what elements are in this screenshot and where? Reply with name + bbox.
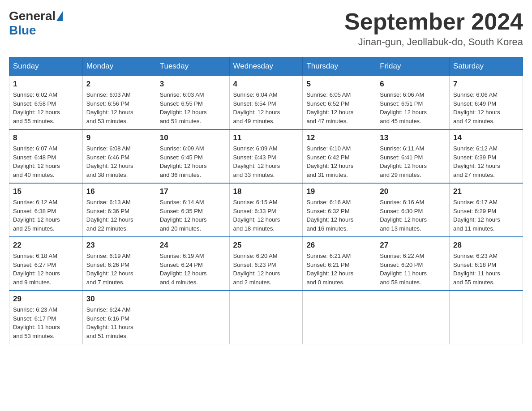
weekday-header-saturday: Saturday xyxy=(450,57,523,76)
day-info: Sunrise: 6:19 AMSunset: 6:24 PMDaylight:… xyxy=(160,252,226,287)
empty-cell xyxy=(303,291,376,344)
day-cell-20: 20Sunrise: 6:16 AMSunset: 6:30 PMDayligh… xyxy=(376,183,450,237)
day-info: Sunrise: 6:07 AMSunset: 6:48 PMDaylight:… xyxy=(13,144,79,179)
day-info: Sunrise: 6:06 AMSunset: 6:49 PMDaylight:… xyxy=(453,90,519,125)
day-number: 6 xyxy=(380,80,446,89)
day-number: 8 xyxy=(13,133,79,142)
week-row-4: 22Sunrise: 6:18 AMSunset: 6:27 PMDayligh… xyxy=(9,237,523,291)
day-info: Sunrise: 6:14 AMSunset: 6:35 PMDaylight:… xyxy=(160,198,226,233)
day-cell-29: 29Sunrise: 6:23 AMSunset: 6:17 PMDayligh… xyxy=(9,291,83,344)
day-info: Sunrise: 6:03 AMSunset: 6:55 PMDaylight:… xyxy=(160,90,226,125)
day-info: Sunrise: 6:20 AMSunset: 6:23 PMDaylight:… xyxy=(233,252,299,287)
day-number: 25 xyxy=(233,241,299,250)
weekday-header-thursday: Thursday xyxy=(303,57,376,76)
day-info: Sunrise: 6:16 AMSunset: 6:30 PMDaylight:… xyxy=(380,198,446,233)
day-info: Sunrise: 6:23 AMSunset: 6:18 PMDaylight:… xyxy=(453,252,519,287)
day-info: Sunrise: 6:11 AMSunset: 6:41 PMDaylight:… xyxy=(380,144,446,179)
day-cell-4: 4Sunrise: 6:04 AMSunset: 6:54 PMDaylight… xyxy=(229,76,303,129)
day-cell-1: 1Sunrise: 6:02 AMSunset: 6:58 PMDaylight… xyxy=(9,76,83,129)
day-info: Sunrise: 6:17 AMSunset: 6:29 PMDaylight:… xyxy=(453,198,519,233)
day-info: Sunrise: 6:13 AMSunset: 6:36 PMDaylight:… xyxy=(86,198,152,233)
day-info: Sunrise: 6:21 AMSunset: 6:21 PMDaylight:… xyxy=(306,252,372,287)
empty-cell xyxy=(376,291,450,344)
day-info: Sunrise: 6:09 AMSunset: 6:45 PMDaylight:… xyxy=(160,144,226,179)
day-cell-24: 24Sunrise: 6:19 AMSunset: 6:24 PMDayligh… xyxy=(156,237,229,291)
calendar-table: SundayMondayTuesdayWednesdayThursdayFrid… xyxy=(9,57,523,344)
calendar-title: September 2024 xyxy=(344,9,523,34)
day-number: 24 xyxy=(160,241,226,250)
day-info: Sunrise: 6:09 AMSunset: 6:43 PMDaylight:… xyxy=(233,144,299,179)
page-header: General Blue September 2024 Jinan-gun, J… xyxy=(9,9,523,48)
day-number: 3 xyxy=(160,80,226,89)
day-info: Sunrise: 6:05 AMSunset: 6:52 PMDaylight:… xyxy=(306,90,372,125)
day-cell-22: 22Sunrise: 6:18 AMSunset: 6:27 PMDayligh… xyxy=(9,237,83,291)
day-number: 21 xyxy=(453,187,519,196)
day-number: 2 xyxy=(86,80,152,89)
logo-blue-text: Blue xyxy=(9,23,36,38)
day-cell-27: 27Sunrise: 6:22 AMSunset: 6:20 PMDayligh… xyxy=(376,237,450,291)
day-info: Sunrise: 6:10 AMSunset: 6:42 PMDaylight:… xyxy=(306,144,372,179)
day-cell-2: 2Sunrise: 6:03 AMSunset: 6:56 PMDaylight… xyxy=(82,76,156,129)
day-cell-7: 7Sunrise: 6:06 AMSunset: 6:49 PMDaylight… xyxy=(450,76,523,129)
day-cell-23: 23Sunrise: 6:19 AMSunset: 6:26 PMDayligh… xyxy=(82,237,156,291)
day-cell-17: 17Sunrise: 6:14 AMSunset: 6:35 PMDayligh… xyxy=(156,183,229,237)
day-number: 27 xyxy=(380,241,446,250)
day-cell-10: 10Sunrise: 6:09 AMSunset: 6:45 PMDayligh… xyxy=(156,129,229,183)
day-number: 4 xyxy=(233,80,299,89)
logo: General Blue xyxy=(9,9,64,38)
day-info: Sunrise: 6:24 AMSunset: 6:16 PMDaylight:… xyxy=(86,305,152,340)
weekday-header-friday: Friday xyxy=(376,57,450,76)
day-number: 10 xyxy=(160,133,226,142)
week-row-5: 29Sunrise: 6:23 AMSunset: 6:17 PMDayligh… xyxy=(9,291,523,344)
day-cell-14: 14Sunrise: 6:12 AMSunset: 6:39 PMDayligh… xyxy=(450,129,523,183)
day-info: Sunrise: 6:02 AMSunset: 6:58 PMDaylight:… xyxy=(13,90,79,125)
day-info: Sunrise: 6:08 AMSunset: 6:46 PMDaylight:… xyxy=(86,144,152,179)
day-cell-11: 11Sunrise: 6:09 AMSunset: 6:43 PMDayligh… xyxy=(229,129,303,183)
day-cell-30: 30Sunrise: 6:24 AMSunset: 6:16 PMDayligh… xyxy=(82,291,156,344)
day-cell-28: 28Sunrise: 6:23 AMSunset: 6:18 PMDayligh… xyxy=(450,237,523,291)
day-info: Sunrise: 6:04 AMSunset: 6:54 PMDaylight:… xyxy=(233,90,299,125)
day-number: 11 xyxy=(233,133,299,142)
empty-cell xyxy=(156,291,229,344)
day-cell-5: 5Sunrise: 6:05 AMSunset: 6:52 PMDaylight… xyxy=(303,76,376,129)
week-row-1: 1Sunrise: 6:02 AMSunset: 6:58 PMDaylight… xyxy=(9,76,523,129)
empty-cell xyxy=(229,291,303,344)
day-cell-8: 8Sunrise: 6:07 AMSunset: 6:48 PMDaylight… xyxy=(9,129,83,183)
week-row-3: 15Sunrise: 6:12 AMSunset: 6:38 PMDayligh… xyxy=(9,183,523,237)
day-number: 29 xyxy=(13,295,79,304)
day-number: 7 xyxy=(453,80,519,89)
day-info: Sunrise: 6:15 AMSunset: 6:33 PMDaylight:… xyxy=(233,198,299,233)
day-cell-9: 9Sunrise: 6:08 AMSunset: 6:46 PMDaylight… xyxy=(82,129,156,183)
day-cell-26: 26Sunrise: 6:21 AMSunset: 6:21 PMDayligh… xyxy=(303,237,376,291)
day-info: Sunrise: 6:12 AMSunset: 6:38 PMDaylight:… xyxy=(13,198,79,233)
logo-general-text: General xyxy=(9,9,56,23)
weekday-header-wednesday: Wednesday xyxy=(229,57,303,76)
day-cell-13: 13Sunrise: 6:11 AMSunset: 6:41 PMDayligh… xyxy=(376,129,450,183)
day-number: 22 xyxy=(13,241,79,250)
day-cell-25: 25Sunrise: 6:20 AMSunset: 6:23 PMDayligh… xyxy=(229,237,303,291)
day-info: Sunrise: 6:18 AMSunset: 6:27 PMDaylight:… xyxy=(13,252,79,287)
day-number: 16 xyxy=(86,187,152,196)
day-info: Sunrise: 6:19 AMSunset: 6:26 PMDaylight:… xyxy=(86,252,152,287)
day-number: 1 xyxy=(13,80,79,89)
day-info: Sunrise: 6:03 AMSunset: 6:56 PMDaylight:… xyxy=(86,90,152,125)
day-number: 14 xyxy=(453,133,519,142)
weekday-header-monday: Monday xyxy=(82,57,156,76)
logo-triangle-icon xyxy=(56,11,63,21)
weekday-header-sunday: Sunday xyxy=(9,57,83,76)
day-number: 17 xyxy=(160,187,226,196)
day-number: 28 xyxy=(453,241,519,250)
day-number: 15 xyxy=(13,187,79,196)
week-row-2: 8Sunrise: 6:07 AMSunset: 6:48 PMDaylight… xyxy=(9,129,523,183)
day-cell-21: 21Sunrise: 6:17 AMSunset: 6:29 PMDayligh… xyxy=(450,183,523,237)
day-cell-18: 18Sunrise: 6:15 AMSunset: 6:33 PMDayligh… xyxy=(229,183,303,237)
day-number: 9 xyxy=(86,133,152,142)
weekday-header-row: SundayMondayTuesdayWednesdayThursdayFrid… xyxy=(9,57,523,76)
day-info: Sunrise: 6:16 AMSunset: 6:32 PMDaylight:… xyxy=(306,198,372,233)
day-info: Sunrise: 6:06 AMSunset: 6:51 PMDaylight:… xyxy=(380,90,446,125)
day-cell-12: 12Sunrise: 6:10 AMSunset: 6:42 PMDayligh… xyxy=(303,129,376,183)
day-info: Sunrise: 6:22 AMSunset: 6:20 PMDaylight:… xyxy=(380,252,446,287)
day-cell-19: 19Sunrise: 6:16 AMSunset: 6:32 PMDayligh… xyxy=(303,183,376,237)
day-number: 26 xyxy=(306,241,372,250)
day-number: 12 xyxy=(306,133,372,142)
